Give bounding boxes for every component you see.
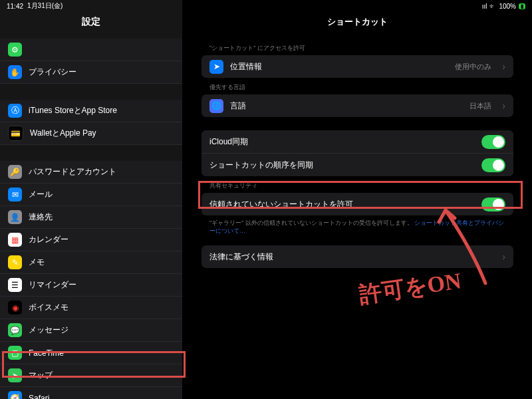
location-icon: ➤ <box>209 60 223 74</box>
globe-icon: 🌐 <box>209 99 223 113</box>
mail-icon: ✉︎ <box>8 188 22 201</box>
battery-pct: 100% <box>499 3 516 10</box>
status-date: 1月31日(金) <box>27 1 63 11</box>
sidebar-item-wallet[interactable]: 💳 WalletとApple Pay <box>0 122 182 145</box>
facetime-icon: ▢ <box>8 346 22 360</box>
cell-language[interactable]: 🌐 言語 日本語 › <box>201 94 513 117</box>
sidebar-item-contacts[interactable]: 👤 連絡先 <box>0 206 182 229</box>
sidebar-item-safari[interactable]: 🧭 Safari <box>0 387 182 399</box>
maps-icon: ➤ <box>8 368 22 382</box>
notes-icon: ✎ <box>8 255 22 269</box>
section-caption-language: 優先する言語 <box>201 79 513 94</box>
chevron-right-icon: › <box>502 251 505 262</box>
calendar-icon: ▦ <box>8 233 22 247</box>
sidebar-item-maps[interactable]: ➤ マップ <box>0 364 182 387</box>
battery-icon: ▮ <box>519 3 525 9</box>
sidebar-item-messages[interactable]: 💬 メッセージ <box>0 319 182 342</box>
sidebar-item-reminders[interactable]: ☰ リマインダー <box>0 274 182 297</box>
signal-icon: ııl <box>482 3 487 10</box>
chevron-right-icon: › <box>502 100 505 111</box>
voicememo-icon: ◉ <box>8 301 22 315</box>
sidebar-item-mail[interactable]: ✉︎ メール <box>0 184 182 206</box>
cell-icloud-sync[interactable]: iCloud同期 <box>201 130 513 154</box>
settings-sidebar: 設定 ⚙︎ ✋ プライバシー Ⓐ iTunes StoreとApp Store <box>0 0 183 399</box>
hand-icon: ✋ <box>8 65 22 79</box>
settings-icon: ⚙︎ <box>8 43 22 57</box>
section-caption-access: "ショートカット" にアクセスを許可 <box>201 40 513 55</box>
contacts-icon: 👤 <box>8 210 22 224</box>
wifi-icon: ᯤ <box>489 3 496 10</box>
cell-order-sync[interactable]: ショートカットの順序を同期 <box>201 154 513 176</box>
chevron-right-icon: › <box>502 61 505 72</box>
appstore-icon: Ⓐ <box>8 104 22 118</box>
reminders-icon: ☰ <box>8 278 22 292</box>
sidebar-item-passwords[interactable]: 🔑 パスワードとアカウント <box>0 161 182 184</box>
section-caption-security: 共有セキュリティ <box>201 178 513 193</box>
messages-icon: 💬 <box>8 323 22 337</box>
sidebar-item-calendar[interactable]: ▦ カレンダー <box>0 229 182 251</box>
toggle-order[interactable] <box>481 158 505 172</box>
key-icon: 🔑 <box>8 165 22 179</box>
toggle-icloud[interactable] <box>481 135 505 149</box>
safari-icon: 🧭 <box>8 391 22 399</box>
cell-legal[interactable]: 法律に基づく情報 › <box>201 245 513 268</box>
wallet-icon: 💳 <box>8 126 23 141</box>
cell-location[interactable]: ➤ 位置情報 使用中のみ › <box>201 55 513 78</box>
sidebar-item-facetime[interactable]: ▢ FaceTime <box>0 342 182 364</box>
sidebar-item-privacy[interactable]: ✋ プライバシー <box>0 61 182 84</box>
detail-pane: ショートカット "ショートカット" にアクセスを許可 ➤ 位置情報 使用中のみ … <box>183 0 532 399</box>
status-bar: 11:42 1月31日(金) ııl ᯤ 100% ▮ <box>0 0 532 12</box>
toggle-untrusted[interactable] <box>481 198 505 211</box>
cell-untrusted[interactable]: 信頼されていないショートカットを許可 <box>201 193 513 215</box>
section-footer-security: "ギャラリー" 以外の信頼されていないショートカットの受信を許可します。 ショー… <box>201 217 513 241</box>
sidebar-item-voicememo[interactable]: ◉ ボイスメモ <box>0 297 182 319</box>
sidebar-item-itunes[interactable]: Ⓐ iTunes StoreとApp Store <box>0 100 182 122</box>
sidebar-item-notes[interactable]: ✎ メモ <box>0 251 182 274</box>
sidebar-item-truncated[interactable]: ⚙︎ <box>0 39 182 61</box>
status-time: 11:42 <box>7 3 23 10</box>
